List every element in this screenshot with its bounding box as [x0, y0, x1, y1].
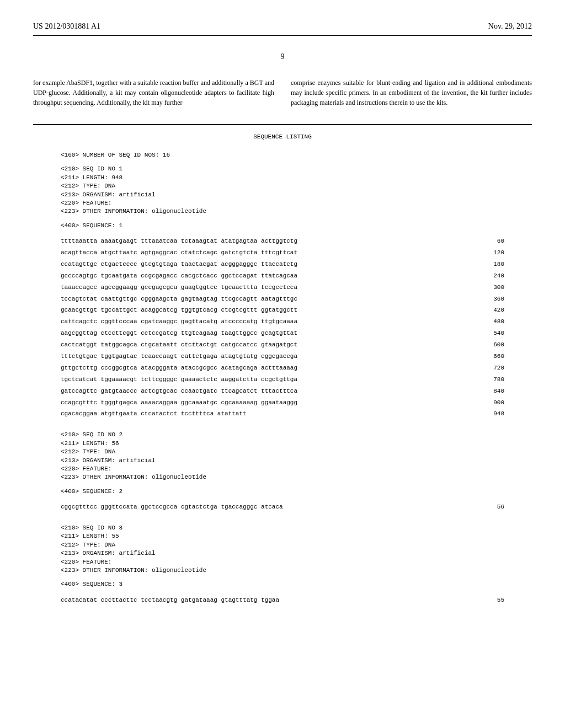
seq-meta-line: <223> OTHER INFORMATION: oligonucleotide: [61, 566, 504, 575]
seq-row: ccatagttgc ctgactcccc gtcgtgtaga taactac…: [61, 259, 504, 270]
seq-sequence-label-text: <400> SEQUENCE: 3: [61, 580, 504, 588]
seq-position-number: 55: [486, 595, 504, 606]
document-header: US 2012/0301881 A1 Nov. 29, 2012: [33, 22, 532, 31]
sequence-listing-title: SEQUENCE LISTING: [61, 133, 504, 140]
seq-position-number: 948: [482, 408, 504, 420]
seq-meta-block: <210> SEQ ID NO 3<211> LENGTH: 55<212> T…: [61, 524, 504, 575]
seq-meta-line: <210> SEQ ID NO 2: [61, 431, 504, 439]
seq-meta-line: <223> OTHER INFORMATION: oligonucleotide: [61, 207, 504, 216]
seq-position-number: 600: [482, 339, 504, 351]
seq-meta-line: <223> OTHER INFORMATION: oligonucleotide: [61, 473, 504, 481]
seq-row: ccagcgtttc tgggtgagca aaaacaggaa ggcaaaa…: [61, 397, 504, 409]
seq-meta-line: <220> FEATURE:: [61, 199, 504, 207]
seq-block: cggcgtttcc gggttccata ggctccgcca cgtactc…: [61, 501, 504, 513]
page-number: 9: [33, 52, 532, 61]
seq-meta-line: <213> ORGANISM: artificial: [61, 457, 504, 465]
seq-row: cgacacggaa atgttgaata ctcatactct tcctttt…: [61, 408, 504, 420]
seq-sequence-label: <400> SEQUENCE: 1: [61, 222, 504, 230]
seq-sequence-label-text: <400> SEQUENCE: 2: [61, 488, 504, 496]
seq-sequence-label: <400> SEQUENCE: 3: [61, 580, 504, 588]
seq-header-line: <160> NUMBER OF SEQ ID NOS: 16: [61, 151, 504, 159]
seq-meta-line: <220> FEATURE:: [61, 465, 504, 473]
seq-row: tgctcatcat tggaaaacgt tcttcggggc gaaaact…: [61, 374, 504, 386]
intro-paragraphs: for example AbaSDF1, together with a sui…: [33, 78, 532, 108]
seq-position-number: 240: [482, 270, 504, 282]
seq-row: tttctgtgac tggtgagtac tcaaccaagt cattctg…: [61, 351, 504, 362]
seq-row: tccagtctat caattgttgc cgggaagcta gagtaag…: [61, 293, 504, 305]
seq-meta-line: <212> TYPE: DNA: [61, 182, 504, 190]
seq-groups: gcaacgttgt tgccattgct acaggcatcg tggtgtc…: [61, 304, 297, 316]
seq-groups: ccatacatat cccttacttc tcctaacgtg gatgata…: [61, 595, 279, 606]
seq-row: gttgctcttg cccggcgtca atacgggata ataccgc…: [61, 362, 504, 374]
seq-meta-line: <211> LENGTH: 55: [61, 532, 504, 540]
seq-row: gatccagttc gatgtaaccc actcgtgcac ccaactg…: [61, 386, 504, 397]
seq-meta-line: <212> TYPE: DNA: [61, 448, 504, 456]
seq-groups: ttttaaatta aaaatgaagt tttaaatcaa tctaaag…: [61, 235, 297, 247]
seq-meta-line: <213> ORGANISM: artificial: [61, 191, 504, 199]
seq-position-number: 480: [482, 316, 504, 328]
seq-block: ccatacatat cccttacttc tcctaacgtg gatgata…: [61, 595, 504, 606]
seq-row: gcaacgttgt tgccattgct acaggcatcg tggtgtc…: [61, 304, 504, 316]
seq-row: cattcagctc cggttcccaa cgatcaaggc gagttac…: [61, 316, 504, 328]
seq-row: gccccagtgc tgcaatgata ccgcgagacc cacgctc…: [61, 270, 504, 282]
seq-position-number: 780: [482, 374, 504, 386]
seq-groups: aagcggttag ctccttcggt cctccgatcg ttgtcag…: [61, 328, 297, 339]
seq-position-number: 900: [482, 397, 504, 409]
publication-number: US 2012/0301881 A1: [33, 22, 100, 31]
seq-position-number: 60: [486, 235, 504, 247]
seq-groups: ccatagttgc ctgactcccc gtcgtgtaga taactac…: [61, 259, 297, 270]
intro-col-left: for example AbaSDF1, together with a sui…: [33, 78, 274, 108]
seq-row: ccatacatat cccttacttc tcctaacgtg gatgata…: [61, 595, 504, 606]
seq-meta-line: <210> SEQ ID NO 3: [61, 524, 504, 532]
seq-row: aagcggttag ctccttcggt cctccgatcg ttgtcag…: [61, 328, 504, 339]
seq-groups: taaaccagcc agccggaagg gccgagcgca gaagtgg…: [61, 282, 297, 293]
seq-position-number: 120: [482, 247, 504, 259]
seq-groups: cattcagctc cggttcccaa cgatcaaggc gagttac…: [61, 316, 297, 328]
seq-position-number: 420: [482, 304, 504, 316]
seq-position-number: 56: [486, 501, 504, 513]
seq-row: taaaccagcc agccggaagg gccgagcgca gaagtgg…: [61, 282, 504, 293]
seq-groups: gccccagtgc tgcaatgata ccgcgagacc cacgctc…: [61, 270, 297, 282]
seq-block: ttttaaatta aaaatgaagt tttaaatcaa tctaaag…: [61, 235, 504, 420]
seq-row: acagttacca atgcttaatc agtgaggcac ctatctc…: [61, 247, 504, 259]
seq-row: cactcatggt tatggcagca ctgcataatt ctcttac…: [61, 339, 504, 351]
seq-meta-line: <213> ORGANISM: artificial: [61, 549, 504, 558]
publication-date: Nov. 29, 2012: [488, 22, 532, 31]
seq-meta-line: <211> LENGTH: 948: [61, 174, 504, 182]
seq-groups: tttctgtgac tggtgagtac tcaaccaagt cattctg…: [61, 351, 297, 362]
seq-groups: gttgctcttg cccggcgtca atacgggata ataccgc…: [61, 362, 297, 374]
seq-meta-line: <211> LENGTH: 56: [61, 440, 504, 448]
seq-row: ttttaaatta aaaatgaagt tttaaatcaa tctaaag…: [61, 235, 504, 247]
seq-position-number: 300: [482, 282, 504, 293]
seq-groups: gatccagttc gatgtaaccc actcgtgcac ccaactg…: [61, 386, 297, 397]
seq-row: cggcgtttcc gggttccata ggctccgcca cgtactc…: [61, 501, 504, 513]
sequence-listing: SEQUENCE LISTING <160> NUMBER OF SEQ ID …: [33, 124, 532, 606]
header-divider: [33, 35, 532, 36]
seq-position-number: 540: [482, 328, 504, 339]
seq-groups: acagttacca atgcttaatc agtgaggcac ctatctc…: [61, 247, 297, 259]
seq-groups: cactcatggt tatggcagca ctgcataatt ctcttac…: [61, 339, 297, 351]
seq-count-header: <160> NUMBER OF SEQ ID NOS: 16: [61, 151, 504, 159]
seq-meta-line: <210> SEQ ID NO 1: [61, 165, 504, 173]
seq-groups: ccagcgtttc tgggtgagca aaaacaggaa ggcaaaa…: [61, 397, 297, 409]
seq-meta-block: <210> SEQ ID NO 2<211> LENGTH: 56<212> T…: [61, 431, 504, 481]
seq-groups: cggcgtttcc gggttccata ggctccgcca cgtactc…: [61, 501, 283, 513]
seq-groups: tgctcatcat tggaaaacgt tcttcggggc gaaaact…: [61, 374, 297, 386]
seq-position-number: 360: [482, 293, 504, 305]
seq-meta-block: <210> SEQ ID NO 1<211> LENGTH: 948<212> …: [61, 165, 504, 216]
seq-position-number: 180: [482, 259, 504, 270]
seq-meta-line: <220> FEATURE:: [61, 558, 504, 566]
seq-position-number: 720: [482, 362, 504, 374]
intro-col-right: comprise enzymes suitable for blunt-endi…: [291, 78, 532, 108]
seq-position-number: 840: [482, 386, 504, 397]
seq-position-number: 660: [482, 351, 504, 362]
seq-sequence-label: <400> SEQUENCE: 2: [61, 488, 504, 496]
seq-meta-line: <212> TYPE: DNA: [61, 541, 504, 549]
seq-groups: tccagtctat caattgttgc cgggaagcta gagtaag…: [61, 293, 297, 305]
seq-sequence-label-text: <400> SEQUENCE: 1: [61, 222, 504, 230]
seq-groups: cgacacggaa atgttgaata ctcatactct tcctttt…: [61, 408, 247, 420]
